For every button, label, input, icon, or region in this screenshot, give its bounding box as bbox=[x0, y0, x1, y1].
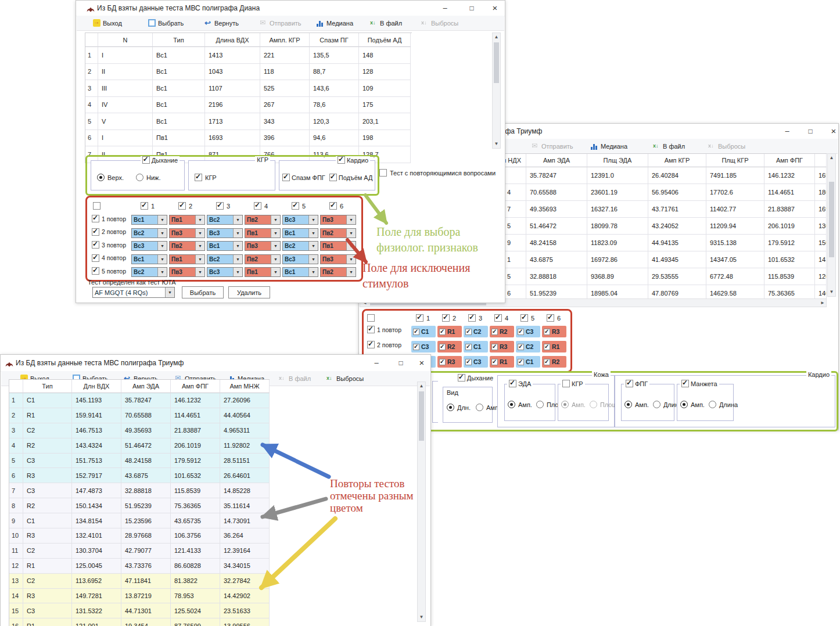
combo-dropdown-icon[interactable] bbox=[233, 268, 242, 276]
table-cell[interactable]: 120,3 bbox=[310, 113, 359, 130]
table-cell[interactable]: 135,5 bbox=[310, 47, 359, 64]
table-cell[interactable]: R2 bbox=[23, 498, 72, 513]
table-cell[interactable]: 51.95239 bbox=[121, 498, 171, 513]
table-cell[interactable]: 121.001 bbox=[72, 618, 121, 626]
scroll-up-icon[interactable]: ▲ bbox=[418, 383, 425, 390]
table-cell[interactable]: 120 bbox=[815, 268, 827, 285]
column-checkbox[interactable] bbox=[216, 202, 224, 210]
table-cell[interactable]: 106.3756 bbox=[171, 528, 220, 544]
stimulus-combo[interactable]: Пв1 bbox=[169, 215, 205, 225]
table-cell[interactable]: 11402.77 bbox=[706, 201, 764, 218]
combo-dropdown-icon[interactable] bbox=[346, 242, 356, 250]
stimulus-combo[interactable]: Пв2 bbox=[320, 228, 356, 238]
breath-checkbox[interactable] bbox=[142, 156, 150, 164]
table-cell[interactable]: R3 bbox=[23, 468, 72, 483]
toolbar-send-button[interactable]: Отправить bbox=[260, 16, 301, 30]
column-checkbox[interactable] bbox=[442, 314, 450, 322]
table-cell[interactable]: 114.4651 bbox=[171, 408, 220, 423]
stimulus-combo[interactable]: Вс2 bbox=[207, 254, 243, 264]
stimulus-combo[interactable]: Вс2 bbox=[282, 241, 318, 251]
stimulus-chip[interactable]: C3 bbox=[516, 326, 540, 337]
table-cell[interactable]: 143,6 bbox=[310, 80, 359, 97]
stimulus-combo[interactable]: Пв1 bbox=[320, 241, 356, 251]
toolbar-file-button[interactable]: В файл bbox=[653, 139, 685, 153]
table-cell[interactable]: C3 bbox=[23, 483, 72, 498]
table-cell[interactable]: 48.24158 bbox=[526, 235, 587, 251]
table-cell[interactable]: 151.7513 bbox=[72, 454, 121, 469]
table-cell[interactable]: R3 bbox=[23, 528, 72, 544]
table-cell[interactable]: 14.85228 bbox=[220, 483, 270, 498]
stimulus-checkbox[interactable] bbox=[518, 359, 524, 365]
stimulus-checkbox[interactable] bbox=[491, 329, 498, 335]
combo-dropdown-icon[interactable] bbox=[157, 242, 167, 250]
stimulus-checkbox[interactable] bbox=[465, 359, 472, 365]
table-cell[interactable]: 56.95406 bbox=[648, 184, 706, 201]
combo-dropdown-icon[interactable] bbox=[271, 268, 280, 276]
table-cell[interactable]: 42.79077 bbox=[121, 544, 171, 559]
close-button[interactable] bbox=[486, 1, 504, 15]
table-cell[interactable]: 26.40284 bbox=[648, 167, 706, 184]
toolbar-median-button[interactable]: Медиана bbox=[317, 16, 353, 30]
titlebar[interactable]: Из БД взяты данные теста МВС полиграфа Д… bbox=[76, 1, 505, 16]
stimulus-checkbox[interactable] bbox=[491, 359, 498, 365]
table-cell[interactable]: 11209.94 bbox=[706, 218, 764, 235]
stimulus-combo[interactable]: Пв2 bbox=[320, 267, 356, 277]
combo-dropdown-icon[interactable] bbox=[157, 229, 167, 238]
table-cell[interactable]: 150 bbox=[815, 235, 827, 251]
stimulus-checkbox[interactable] bbox=[465, 344, 472, 350]
stimulus-checkbox[interactable] bbox=[544, 359, 550, 365]
table-cell[interactable]: 13.87219 bbox=[121, 589, 171, 604]
table-cell[interactable]: C1 bbox=[23, 513, 72, 528]
repeat-checkbox[interactable] bbox=[367, 341, 375, 348]
stimulus-chip[interactable]: C1 bbox=[516, 356, 540, 368]
scroll-thumb[interactable] bbox=[829, 182, 834, 257]
repeat-test-checkbox[interactable] bbox=[379, 169, 387, 177]
table-cell[interactable]: 1413 bbox=[205, 47, 260, 64]
stimulus-combo[interactable]: Пв2 bbox=[169, 241, 205, 251]
combo-dropdown-icon[interactable] bbox=[195, 215, 204, 224]
stimulus-combo[interactable]: Вс3 bbox=[282, 254, 318, 264]
maximize-button[interactable] bbox=[463, 1, 480, 15]
stimulus-combo[interactable]: Вс2 bbox=[207, 215, 243, 225]
repeat-checkbox[interactable] bbox=[92, 215, 99, 222]
table-cell[interactable]: 121.4133 bbox=[171, 544, 220, 559]
table-cell[interactable]: C2 bbox=[23, 544, 72, 559]
combo-dropdown-icon[interactable] bbox=[233, 215, 242, 224]
scroll-down-icon[interactable]: ▼ bbox=[828, 289, 835, 296]
table-cell[interactable]: 29.53555 bbox=[648, 268, 706, 285]
table-cell[interactable]: 21.83887 bbox=[764, 201, 815, 218]
upper-radio[interactable] bbox=[97, 174, 105, 181]
table-cell[interactable]: 9368.89 bbox=[587, 268, 648, 285]
stimulus-checkbox[interactable] bbox=[465, 329, 472, 335]
master-checkbox[interactable] bbox=[367, 314, 375, 322]
toolbar-file-button[interactable]: Выбросы bbox=[421, 16, 458, 30]
table-cell[interactable]: III bbox=[98, 80, 153, 97]
table-cell[interactable]: 2196 bbox=[205, 97, 260, 114]
stimulus-combo[interactable]: Пв3 bbox=[169, 267, 205, 277]
v-scrollbar[interactable]: ▲ ▼ bbox=[492, 33, 501, 149]
table-cell[interactable]: 32.27842 bbox=[220, 574, 270, 589]
table-cell[interactable]: 23601.19 bbox=[587, 184, 648, 201]
v-scrollbar[interactable]: ▲ ▼ bbox=[827, 153, 836, 297]
cuff-len-radio[interactable] bbox=[709, 401, 716, 408]
table-cell[interactable]: 41.49345 bbox=[648, 251, 706, 268]
toolbar-file-button[interactable]: Выбросы bbox=[326, 371, 364, 386]
stimulus-combo[interactable]: Пв1 bbox=[245, 228, 281, 238]
table-cell[interactable]: 115.8539 bbox=[171, 483, 220, 498]
repeat-checkbox[interactable] bbox=[92, 254, 99, 262]
table-cell[interactable]: 16972.86 bbox=[587, 251, 648, 268]
table-cell[interactable]: 396 bbox=[260, 130, 310, 147]
table-cell[interactable]: 143 bbox=[815, 251, 827, 268]
combo-dropdown-icon[interactable] bbox=[165, 287, 174, 297]
stimulus-checkbox[interactable] bbox=[491, 344, 498, 350]
combo-dropdown-icon[interactable] bbox=[271, 229, 280, 238]
kgr-checkbox[interactable] bbox=[195, 174, 202, 181]
stimulus-chip[interactable]: R2 bbox=[490, 326, 514, 337]
table-cell[interactable]: 43.73376 bbox=[121, 559, 171, 574]
table-cell[interactable]: 13.99556 bbox=[220, 618, 270, 626]
close-button[interactable] bbox=[413, 356, 430, 369]
table-cell[interactable]: 28.97668 bbox=[121, 528, 171, 544]
toolbar-send-button[interactable]: Отправить bbox=[532, 139, 573, 153]
scroll-thumb[interactable] bbox=[419, 391, 424, 441]
combo-dropdown-icon[interactable] bbox=[195, 268, 204, 276]
